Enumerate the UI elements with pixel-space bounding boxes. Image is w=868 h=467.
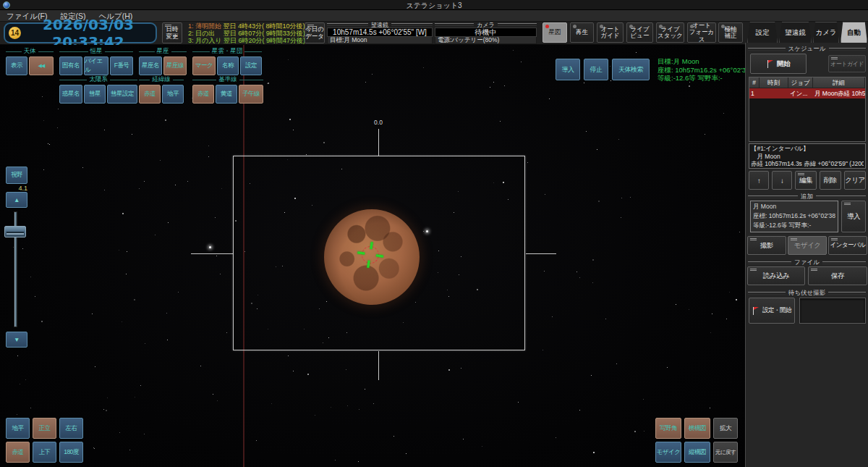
clear-button[interactable]: クリア <box>844 171 866 190</box>
playback-button[interactable]: 再生 <box>570 22 594 43</box>
flip-ud-button[interactable]: 上下 <box>33 442 56 463</box>
portrait-frame-button[interactable]: 縦構図 <box>684 442 710 463</box>
reset-view-button[interactable]: 元に戻す <box>713 442 738 463</box>
add-goto-button[interactable]: 導入 <box>841 201 866 232</box>
equator-line-button[interactable]: 赤道 <box>192 85 214 104</box>
mosaic-job-button[interactable]: モザイク <box>788 236 827 255</box>
meridian-line-button[interactable]: 子午線 <box>239 85 263 104</box>
panel-toggle-icon <box>798 173 804 176</box>
fov-button[interactable]: 視野 <box>6 167 27 184</box>
mosaic-button[interactable]: モザイク <box>655 442 681 463</box>
bayer-button[interactable]: バイエル <box>84 56 109 75</box>
proper-name-button[interactable]: 固有名 <box>59 56 82 75</box>
start-button[interactable]: 開始 <box>750 54 807 74</box>
camera-group-label: カメラ <box>477 21 495 29</box>
panel-toggle-icon <box>750 238 757 241</box>
fov-angle-button[interactable]: 写野角 <box>655 418 681 439</box>
interval-job-button[interactable]: インターバル <box>828 236 867 255</box>
equator-grid-button[interactable]: 赤道 <box>139 85 161 104</box>
status-dot-icon <box>721 25 725 28</box>
telescope-readout: 10h57m14.5s +06°02'55" [W] <box>327 28 433 37</box>
comet-setting-button[interactable]: 彗星設定 <box>107 85 137 104</box>
goto-button[interactable]: 導入 <box>556 59 580 80</box>
horizon-view-button[interactable]: 地平 <box>6 418 30 439</box>
landscape-frame-button[interactable]: 横構図 <box>684 418 710 439</box>
schedule-row-selected[interactable]: 1 イン... 月 Moon赤経 10h5... <box>749 88 865 98</box>
standby-status-box <box>799 298 866 324</box>
polar-align-button[interactable]: 極軸 補正 <box>718 22 743 43</box>
autofocus-button[interactable]: オート フォーカス <box>687 22 716 43</box>
move-down-button[interactable]: ↓ <box>772 171 792 190</box>
group-stars: 恒星 固有名 バイエル F番号 <box>59 48 133 75</box>
telescope-target: 目標:月 Moon <box>327 37 433 44</box>
moon-age-badge: 14 <box>9 27 21 39</box>
edit-button[interactable]: 編集 <box>795 171 817 190</box>
stop-button[interactable]: 停止 <box>584 59 608 80</box>
status-dot-icon <box>573 25 576 28</box>
shoot-job-button[interactable]: 撮影 <box>747 236 786 255</box>
autoguide-button[interactable]: オートガイド <box>828 55 866 72</box>
setting-button[interactable]: 設定 <box>240 56 262 75</box>
delete-button[interactable]: 削除 <box>820 171 841 190</box>
fov-tick-left <box>191 253 233 254</box>
tab-telescope[interactable]: 望遠鏡 <box>779 22 812 43</box>
group-deepsky: 星雲・星団 マーク 名称 設定 <box>192 48 262 75</box>
group-reference-lines: 基準線 赤道 黄道 子午線 <box>192 76 263 104</box>
ecliptic-line-button[interactable]: 黄道 <box>216 85 237 104</box>
status-dot-icon <box>690 25 694 28</box>
horizon-grid-button[interactable]: 地平 <box>162 85 184 104</box>
stellashot-app: ステラショット3 ファイル(F) 設定(S) ヘルプ(H) 14 2026/03… <box>0 0 868 467</box>
object-search-button[interactable]: 天体検索 <box>612 59 650 80</box>
name-button[interactable]: 名称 <box>217 56 239 75</box>
zoom-up-button[interactable]: ▲ <box>6 192 27 208</box>
comet-button[interactable]: 彗星 <box>84 85 106 104</box>
schedule-detail-box: 【#1:インターバル】 月 Moon 赤経 10h57m14.3s 赤緯 +06… <box>749 143 866 169</box>
constellation-line-button[interactable]: 星座線 <box>163 56 187 75</box>
save-button[interactable]: 保存 <box>808 266 867 285</box>
liveview-button[interactable]: ライブ ビュー <box>626 22 653 43</box>
standby-section-label: 待ち伏せ撮影 <box>748 289 866 298</box>
title-bar: ステラショット3 <box>0 0 868 10</box>
tab-auto[interactable]: 自動 <box>841 22 867 43</box>
mark-button[interactable]: マーク <box>192 56 216 75</box>
tab-settings[interactable]: 設定 <box>747 22 778 43</box>
start-flag-icon <box>752 307 760 315</box>
event-line: 2: 日の出 翌日 6時07分( 9時間33分後) <box>188 30 305 37</box>
goto-controls: 導入 停止 天体検索 <box>556 59 650 80</box>
flamsteed-button[interactable]: F番号 <box>110 56 133 75</box>
fov-tick-top <box>378 129 379 156</box>
rotate-180-button[interactable]: 180度 <box>59 442 83 463</box>
display-toggle-button[interactable]: 表示 <box>6 56 27 75</box>
schedule-table[interactable]: # 時刻 ジョブ 詳細 1 イン... 月 Moon赤経 10h5... <box>749 77 866 142</box>
constellation-name-button[interactable]: 星座名 <box>139 56 162 75</box>
zoom-down-button[interactable]: ▼ <box>6 332 27 348</box>
fov-rotation-label: 0.0 <box>367 119 389 126</box>
planet-name-button[interactable]: 惑星名 <box>59 85 82 104</box>
target-info: 目標:月 Moon 座標: 10h57m16.2s +06°02'38" 等級:… <box>658 57 745 83</box>
group-solar-system: 太陽系 惑星名 彗星 彗星設定 <box>59 76 137 104</box>
telescope-group-label: 望遠鏡 <box>371 21 388 29</box>
equatorial-view-button[interactable]: 赤道 <box>6 442 30 463</box>
bright-star <box>209 246 211 248</box>
zoom-slider-handle[interactable] <box>4 226 26 237</box>
auto-panel: スケジュール 開始 オートガイド # 時刻 ジョブ 詳細 1 イン... 月 M… <box>745 43 868 467</box>
rewind-icon[interactable]: ◀◀ <box>29 56 54 75</box>
erect-view-button[interactable]: 正立 <box>33 418 56 439</box>
tab-camera[interactable]: カメラ <box>813 22 839 43</box>
star-chart[interactable]: 0.0 天体 表示 ◀◀ 恒星 固有名 バイエル F番号 星座 星座名 <box>0 45 745 467</box>
main-toolbar: 14 2026/03/03 20:33:42 日時 変更 1: 薄明開始 翌日 … <box>0 22 868 45</box>
datetime-change-button[interactable]: 日時 変更 <box>162 22 182 43</box>
load-button[interactable]: 読み込み <box>747 266 805 285</box>
livestack-button[interactable]: ライブ スタック <box>656 22 684 43</box>
group-constellation: 星座 星座名 星座線 <box>139 48 187 75</box>
today-data-button[interactable]: 今日の データ <box>305 22 325 43</box>
group-celestial: 天体 表示 ◀◀ <box>6 48 54 75</box>
flip-lr-button[interactable]: 左右 <box>59 418 83 439</box>
zoom-in-button[interactable]: 拡大 <box>713 418 738 439</box>
panel-toggle-icon <box>165 25 171 28</box>
fov-value: 4.1 <box>6 185 27 192</box>
autoguide-view-button[interactable]: オート ガイド <box>597 22 624 43</box>
standby-start-button[interactable]: 設定・開始 <box>749 298 795 324</box>
chart-view-button[interactable]: 星図 <box>542 22 567 43</box>
move-up-button[interactable]: ↑ <box>749 171 769 190</box>
